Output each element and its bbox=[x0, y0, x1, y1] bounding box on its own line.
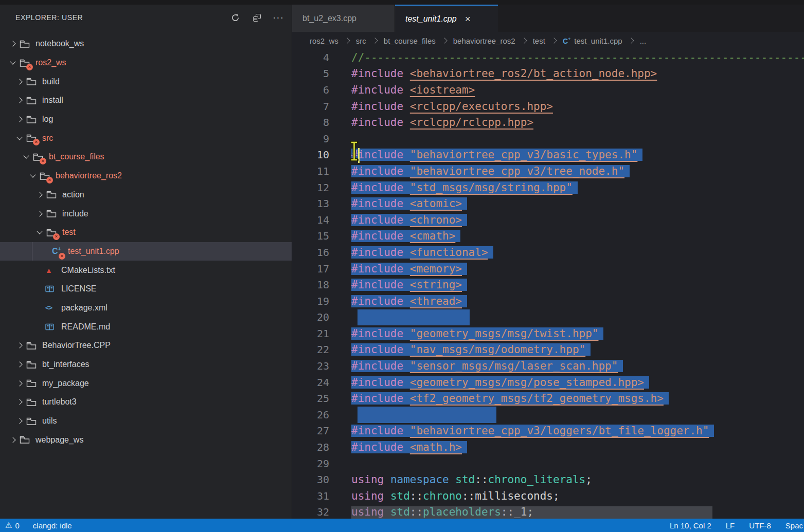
tree-item-webpage_ws[interactable]: webpage_ws bbox=[0, 430, 292, 449]
folder-icon bbox=[20, 435, 30, 444]
code-line-16[interactable]: 16#include <functional> bbox=[292, 244, 804, 261]
code-line-28[interactable]: 28#include <math.h> bbox=[292, 439, 804, 455]
tree-item-utils[interactable]: utils bbox=[0, 412, 292, 431]
status-indentation-indicator[interactable]: Spac bbox=[785, 521, 803, 530]
code-line-21[interactable]: 21#include "geometry_msgs/msg/twist.hpp" bbox=[292, 325, 804, 342]
tree-item-build[interactable]: build bbox=[0, 72, 292, 91]
code-line-24[interactable]: 24#include <geometry_msgs/msg/pose_stamp… bbox=[292, 374, 804, 391]
code-line-29[interactable]: 29 bbox=[292, 455, 804, 472]
line-number: 4 bbox=[292, 51, 329, 64]
code-line-19[interactable]: 19#include <thread> bbox=[292, 293, 804, 309]
tree-item-ros2_ws[interactable]: ×ros2_ws bbox=[0, 53, 292, 72]
tree-item-label: bt_course_files bbox=[49, 152, 104, 161]
code-line-30[interactable]: 30using namespace std::chrono_literals; bbox=[292, 471, 804, 488]
line-number: 22 bbox=[292, 343, 329, 356]
status-eol-indicator[interactable]: LF bbox=[726, 521, 735, 530]
tree-item-bt_course_files[interactable]: ×bt_course_files bbox=[0, 148, 292, 167]
code-line-9[interactable]: 9 bbox=[292, 131, 804, 147]
tree-item-install[interactable]: install bbox=[0, 91, 292, 110]
breadcrumb-item-test_unit1.cpp[interactable]: C+test_unit1.cpp bbox=[563, 36, 622, 45]
code-line-14[interactable]: 14#include <chrono> bbox=[292, 212, 804, 228]
line-content: #include <memory> bbox=[351, 263, 467, 275]
chevron-down-icon bbox=[6, 62, 20, 64]
tree-item-my_package[interactable]: my_package bbox=[0, 374, 292, 393]
code-line-6[interactable]: 6#include <iostream> bbox=[292, 82, 804, 98]
tree-item-label: BehaviorTree.CPP bbox=[42, 341, 111, 350]
code-line-7[interactable]: 7#include <rclcpp/executors.hpp> bbox=[292, 98, 804, 115]
status-bar-left: ⚠0clangd: idle bbox=[0, 521, 670, 530]
code-line-15[interactable]: 15#include <cmath> bbox=[292, 228, 804, 245]
tree-item-bt_interfaces[interactable]: bt_interfaces bbox=[0, 355, 292, 374]
line-number: 28 bbox=[292, 441, 329, 453]
code-line-26[interactable]: 26 bbox=[292, 407, 804, 423]
code-line-11[interactable]: 11#include "behaviortree_cpp_v3/tree_nod… bbox=[292, 163, 804, 179]
code-line-12[interactable]: 12#include "std_msgs/msg/string.hpp" bbox=[292, 179, 804, 196]
tree-item-package.xml[interactable]: <>package.xml bbox=[0, 299, 292, 318]
tree-item-label: behaviortree_ros2 bbox=[56, 171, 122, 180]
tree-item-test_unit1.cpp[interactable]: C+×test_unit1.cpp bbox=[0, 242, 292, 261]
tree-item-LICENSE[interactable]: LICENSE bbox=[0, 280, 292, 299]
tree-item-src[interactable]: ×src bbox=[0, 129, 292, 148]
code-line-8[interactable]: 8#include <rclcpp/rclcpp.hpp> bbox=[292, 114, 804, 131]
code-line-10[interactable]: 10#include "behaviortree_cpp_v3/basic_ty… bbox=[292, 147, 804, 163]
code-line-13[interactable]: 13#include <atomic> bbox=[292, 195, 804, 212]
code-line-23[interactable]: 23#include "sensor_msgs/msg/laser_scan.h… bbox=[292, 358, 804, 374]
status-clangd-status[interactable]: clangd: idle bbox=[33, 521, 72, 530]
breadcrumb-item-src[interactable]: src bbox=[356, 36, 366, 45]
tab-bt_u2_ex3.cpp[interactable]: bt_u2_ex3.cpp bbox=[292, 5, 395, 32]
code-line-17[interactable]: 17#include <memory> bbox=[292, 261, 804, 277]
line-number: 15 bbox=[292, 230, 329, 242]
breadcrumb-item-bt_course_files[interactable]: bt_course_files bbox=[384, 36, 436, 45]
code-line-27[interactable]: 27#include "behaviortree_cpp_v3/loggers/… bbox=[292, 423, 804, 439]
horizontal-scrollbar[interactable] bbox=[351, 506, 712, 519]
code-line-18[interactable]: 18#include <string> bbox=[292, 277, 804, 293]
folder-icon bbox=[26, 379, 37, 388]
breadcrumb-item-behaviortree_ros2[interactable]: behaviortree_ros2 bbox=[453, 36, 515, 45]
tree-item-README.md[interactable]: README.md bbox=[0, 317, 292, 336]
tree-item-turtlebot3[interactable]: turtlebot3 bbox=[0, 393, 292, 412]
status-encoding-indicator[interactable]: UTF-8 bbox=[749, 521, 771, 530]
folder-icon bbox=[26, 115, 37, 124]
chevron-right-icon bbox=[6, 42, 20, 46]
breadcrumb-item-ros2_ws[interactable]: ros2_ws bbox=[310, 36, 338, 45]
tree-item-log[interactable]: log bbox=[0, 110, 292, 129]
selected-text: #include <tf2_geometry_msgs/tf2_geometry… bbox=[351, 392, 669, 405]
code-line-25[interactable]: 25#include <tf2_geometry_msgs/tf2_geomet… bbox=[292, 390, 804, 407]
error-badge: × bbox=[33, 139, 40, 145]
code-line-5[interactable]: 5#include <behaviortree_ros2/bt_action_n… bbox=[292, 66, 804, 82]
close-icon[interactable]: × bbox=[465, 13, 471, 25]
tree-item-BehaviorTree.CPP[interactable]: BehaviorTree.CPP bbox=[0, 336, 292, 355]
tree-item-CMakeLists.txt[interactable]: ▲CMakeLists.txt bbox=[0, 261, 292, 280]
tab-test_unit1.cpp[interactable]: test_unit1.cpp× bbox=[395, 5, 498, 32]
tree-item-test[interactable]: ×test bbox=[0, 223, 292, 242]
line-number: 27 bbox=[292, 425, 329, 437]
more-actions-icon[interactable]: ··· bbox=[273, 12, 283, 23]
tree-item-behaviortree_ros2[interactable]: ×behaviortree_ros2 bbox=[0, 167, 292, 186]
tree-item-action[interactable]: action bbox=[0, 186, 292, 205]
folder-icon bbox=[26, 341, 37, 350]
line-number: 14 bbox=[292, 214, 329, 226]
tree-item-label: test_unit1.cpp bbox=[68, 247, 119, 256]
tab-label: bt_u2_ex3.cpp bbox=[302, 14, 356, 23]
line-number: 6 bbox=[292, 84, 329, 96]
collapse-folders-icon[interactable] bbox=[252, 12, 262, 23]
tree-item-label: my_package bbox=[42, 379, 89, 388]
code-line-22[interactable]: 22#include "nav_msgs/msg/odometry.hpp" bbox=[292, 342, 804, 358]
status-problems[interactable]: ⚠0 bbox=[5, 521, 20, 530]
tree-item-include[interactable]: include bbox=[0, 204, 292, 223]
breadcrumb-item-test[interactable]: test bbox=[533, 36, 545, 45]
chevron-right-icon bbox=[6, 438, 20, 442]
line-number: 17 bbox=[292, 263, 329, 275]
chevron-right-icon bbox=[13, 400, 26, 404]
breadcrumb-label: bt_course_files bbox=[384, 36, 436, 45]
status-cursor-position[interactable]: Ln 10, Col 2 bbox=[670, 521, 711, 530]
code-line-20[interactable]: 20 bbox=[292, 309, 804, 326]
tree-item-label: install bbox=[42, 96, 63, 105]
code-editor[interactable]: 4//-------------------------------------… bbox=[292, 49, 804, 519]
tree-item-notebook_ws[interactable]: notebook_ws bbox=[0, 34, 292, 53]
code-line-4[interactable]: 4//-------------------------------------… bbox=[292, 49, 804, 66]
code-line-31[interactable]: 31using std::chrono::milliseconds; bbox=[292, 488, 804, 504]
refresh-icon[interactable] bbox=[230, 12, 240, 23]
breadcrumb-item-...[interactable]: ... bbox=[640, 36, 647, 45]
tree-item-label: include bbox=[62, 209, 88, 218]
